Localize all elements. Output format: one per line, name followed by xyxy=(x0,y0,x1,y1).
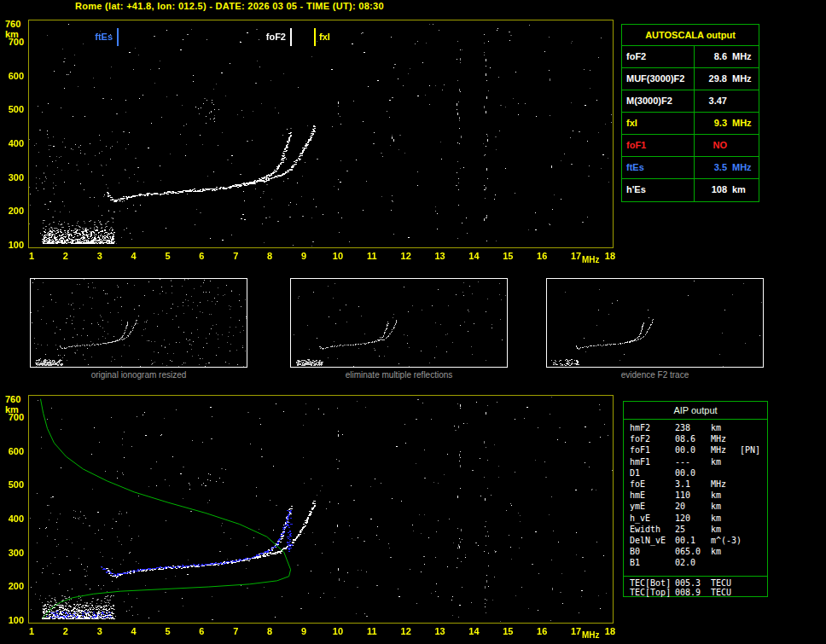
aip-param-value: 005.3 xyxy=(675,578,701,588)
x-tick-label: 7 xyxy=(227,251,244,261)
autoscala-param-value: NO xyxy=(695,135,759,156)
y-tick-label: 100 xyxy=(3,615,24,625)
y-tick-label: 500 xyxy=(3,479,24,490)
x-tick-label: 8 xyxy=(261,626,278,636)
aip-param-name: D1 xyxy=(630,468,640,478)
aip-param-value: --- xyxy=(675,457,690,467)
autoscala-row-foF1: foF1NO xyxy=(622,135,759,157)
x-tick-label: 8 xyxy=(261,251,278,261)
thumbnail-original-ionogram xyxy=(30,278,247,368)
aip-param-unit: MHz xyxy=(711,434,726,444)
autoscala-row-fxI: fxI9.3MHz xyxy=(622,113,759,135)
autoscala-row-M(3000)F2: M(3000)F23.47 xyxy=(622,90,759,113)
x-tick-label: 3 xyxy=(91,251,108,261)
aip-param-unit: km xyxy=(711,423,721,432)
autoscala-param-value: 9.3MHz xyxy=(695,113,759,134)
autoscala-param-label: foF2 xyxy=(622,46,695,67)
x-tick-label: 11 xyxy=(364,251,381,261)
aip-row-hmE: hmE110km xyxy=(624,490,767,502)
autoscala-row-foF2: foF28.6MHz xyxy=(622,46,759,68)
autoscala-row-h'Es: h'Es108km xyxy=(622,179,759,201)
aip-row-h_vE: h_vE120km xyxy=(624,513,767,525)
aip-param-name: TEC[Top] xyxy=(630,588,671,597)
autoscala-param-label: ftEs xyxy=(622,157,695,178)
x-tick-label: 18 xyxy=(602,626,619,636)
aip-row-B1: B102.0 xyxy=(624,558,767,569)
aip-row-hmF2: hmF2238km xyxy=(624,423,767,434)
aip-row-D1: D100.0 xyxy=(624,468,767,479)
x-tick-label: 11 xyxy=(364,626,381,636)
aip-param-name: hmF1 xyxy=(630,457,650,467)
x-tick-label: 18 xyxy=(602,251,619,261)
y-tick-label: 600 xyxy=(3,446,24,456)
autoscala-row-MUF(3000)F2: MUF(3000)F229.8MHz xyxy=(622,68,759,90)
value-unit: km xyxy=(732,179,746,201)
autoscala-param-label: MUF(3000)F2 xyxy=(622,68,695,90)
y-tick-label: 300 xyxy=(3,172,24,183)
top-ionogram-canvas xyxy=(28,20,614,248)
aip-table: AIP output hmF2238kmfoF208.6MHzfoF100.0M… xyxy=(623,401,768,597)
value-number: NO xyxy=(695,135,727,156)
value-unit: MHz xyxy=(732,46,752,67)
aip-param-unit: km xyxy=(711,457,721,467)
x-tick-label: 5 xyxy=(160,251,177,261)
x-tick-label: 14 xyxy=(465,626,482,636)
x-tick-label: 4 xyxy=(125,251,143,261)
y-axis-top-label: 760 xyxy=(5,394,20,404)
aip-param-name: foE xyxy=(630,479,645,489)
autoscala-param-value: 29.8MHz xyxy=(695,68,759,90)
aip-param-unit: km xyxy=(711,513,721,523)
ftEs-marker-label: ftEs xyxy=(84,32,113,42)
autoscala-param-value: 8.6MHz xyxy=(695,46,759,67)
aip-row-foF1: foF100.0MHz[PN] xyxy=(624,445,767,456)
y-tick-label: 200 xyxy=(3,206,24,216)
ftEs-marker-line xyxy=(117,28,119,46)
x-tick-label: 6 xyxy=(193,251,210,261)
aip-param-name: hmF2 xyxy=(630,423,650,432)
aip-param-value: 00.0 xyxy=(675,468,695,478)
aip-row-foF2: foF208.6MHz xyxy=(624,434,767,445)
x-tick-label: 1 xyxy=(23,626,40,636)
value-number: 8.6 xyxy=(695,46,727,67)
x-tick-label: 9 xyxy=(295,251,312,261)
aip-param-value: 00.0 xyxy=(675,445,695,455)
aip-param-name: h_vE xyxy=(630,513,650,523)
aip-param-value: 08.6 xyxy=(675,434,695,444)
x-tick-label: 3 xyxy=(91,626,108,636)
aip-param-value: 00.1 xyxy=(675,536,695,545)
aip-param-name: DelN_vE xyxy=(630,536,666,545)
aip-row-hmF1: hmF1---km xyxy=(624,457,767,468)
x-tick-label: 16 xyxy=(533,251,550,261)
autoscala-param-value: 108km xyxy=(695,179,759,201)
y-tick-label: 500 xyxy=(3,104,24,114)
x-tick-label: 10 xyxy=(329,251,346,261)
aip-separator-line xyxy=(624,576,767,577)
x-tick-label: 15 xyxy=(499,251,516,261)
aip-param-unit: MHz xyxy=(711,445,726,455)
aip-param-unit: km xyxy=(711,502,721,511)
aip-param-name: B0 xyxy=(630,547,640,556)
x-tick-label: 14 xyxy=(465,251,482,261)
aip-param-name: ymE xyxy=(630,502,645,511)
foF2-marker-line xyxy=(290,28,292,46)
y-tick-label: 400 xyxy=(3,138,24,148)
value-number: 108 xyxy=(695,179,727,201)
value-number: 9.3 xyxy=(695,113,727,134)
value-unit: MHz xyxy=(732,113,752,134)
aip-param-unit: TECU xyxy=(711,578,731,588)
aip-row-ymE: ymE20km xyxy=(624,502,767,513)
aip-table-header: AIP output xyxy=(624,402,767,420)
x-tick-label: 4 xyxy=(125,626,143,636)
aip-param-value: 120 xyxy=(675,513,690,523)
autoscala-param-label: h'Es xyxy=(622,179,695,201)
fxI-marker-label: fxI xyxy=(319,32,330,42)
autoscala-screen: Rome (lat: +41.8, lon: 012.5) - DATE: 20… xyxy=(0,0,826,644)
aip-tec-rows: TEC[Bot]005.3TECUTEC[Top]008.9TECU xyxy=(624,578,767,598)
aip-row-B0: B0065.0km xyxy=(624,547,767,558)
aip-table-rows: hmF2238kmfoF208.6MHzfoF100.0MHz[PN]hmF1-… xyxy=(624,423,767,569)
x-tick-label: 2 xyxy=(57,251,74,261)
x-tick-label: 1 xyxy=(23,251,40,261)
aip-param-value: 3.1 xyxy=(675,479,690,489)
aip-row-foE: foE3.1MHz xyxy=(624,479,767,490)
foF2-marker-label: foF2 xyxy=(258,32,286,42)
